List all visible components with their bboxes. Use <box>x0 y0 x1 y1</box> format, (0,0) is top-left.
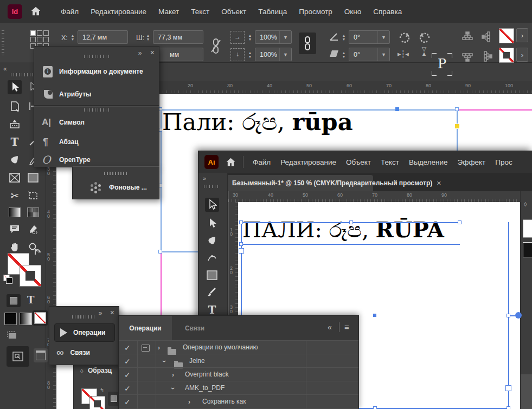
menu-help[interactable]: Справка <box>367 8 408 16</box>
constrain-wh-icon[interactable] <box>210 38 222 56</box>
swap-fill-stroke-icon[interactable] <box>34 249 42 258</box>
ai-menu-file[interactable]: Файл <box>248 158 275 166</box>
ai-handle-bottom-center[interactable] <box>373 406 377 409</box>
ai-paintbrush-tool[interactable] <box>205 285 219 300</box>
menu-table[interactable]: Таблица <box>252 8 293 16</box>
panel-menu-icon[interactable]: ≡ <box>344 322 349 332</box>
formatting-container-button[interactable] <box>7 294 21 307</box>
gradient-swatch-tool[interactable] <box>8 205 22 219</box>
panel-item-actions[interactable]: Операции <box>54 323 115 342</box>
toolbar-grip[interactable] <box>11 73 35 76</box>
rotation-field[interactable]: 0°▼ <box>349 30 390 44</box>
swatches-collapse-icon[interactable]: ◊ <box>80 368 83 374</box>
menu-type[interactable]: Текст <box>185 8 215 16</box>
panel-item-character[interactable]: A| Символ <box>34 113 159 132</box>
ai-rectangle-tool[interactable] <box>205 268 219 282</box>
x-position-field[interactable]: 12,7 мм <box>78 30 128 44</box>
collapse-row-icon[interactable]: › <box>169 387 177 389</box>
ai-menu-edit[interactable]: Редактирование <box>275 158 341 166</box>
dock-swatch-black[interactable] <box>523 242 532 257</box>
rotation-stepper[interactable]: ▲▼ <box>341 31 347 44</box>
ai-corner-widget-dot[interactable] <box>515 312 522 319</box>
flip-vertical-icon[interactable]: ▽▲ <box>419 47 430 56</box>
ai-pen-tool[interactable] <box>205 233 219 248</box>
toolbar-collapse-icon[interactable]: « <box>3 65 7 73</box>
x-stepper[interactable]: ▲▼ <box>69 31 76 44</box>
view-options-icon[interactable] <box>7 331 17 341</box>
width-field[interactable]: 77,3 мм <box>153 30 203 44</box>
panel-grip[interactable] <box>84 108 109 112</box>
selection-tool[interactable] <box>8 80 22 94</box>
ai-handle-top-right[interactable] <box>458 220 462 224</box>
dock-collapse-icon[interactable]: ◊ <box>524 201 527 207</box>
stroke-expand-button[interactable]: › <box>516 48 528 62</box>
check-icon[interactable]: ✓ <box>124 357 131 366</box>
menu-view[interactable]: Просмотр <box>293 8 338 16</box>
panel-grip[interactable] <box>104 172 128 175</box>
free-transform-tool[interactable] <box>26 189 40 203</box>
ai-direct-selection-tool[interactable] <box>205 216 219 230</box>
shear-stepper[interactable]: ▲▼ <box>341 48 347 61</box>
ai-type-port[interactable] <box>239 248 244 254</box>
ai-resize-widget[interactable] <box>505 385 511 391</box>
stroke-swatch-none[interactable] <box>499 48 514 63</box>
scale-y-field[interactable]: 100%▼ <box>255 48 292 61</box>
ai-selection-tool[interactable] <box>205 198 219 212</box>
control-panel-grip[interactable] <box>2 30 4 55</box>
flip-horizontal-icon[interactable]: ▸┆◂ <box>398 50 409 58</box>
home-icon[interactable] <box>225 157 236 168</box>
menu-object[interactable]: Объект <box>215 8 252 16</box>
tab-close-icon[interactable]: × <box>437 179 441 187</box>
panel-item-background-tasks[interactable]: Фоновые ... <box>73 178 159 197</box>
normal-view-mode-button[interactable] <box>7 346 29 367</box>
ai-handle-bott om-right[interactable] <box>507 406 510 409</box>
shear-field[interactable]: 0°▼ <box>349 48 390 61</box>
swap-fill-stroke-icon[interactable]: ↰ <box>100 387 104 393</box>
formatting-text-button[interactable]: T <box>27 294 34 306</box>
panel-grip[interactable] <box>72 315 96 319</box>
distribute-left-icon[interactable] <box>482 31 492 44</box>
frame-handle-bottom-left[interactable] <box>158 250 162 254</box>
fill-expand-button[interactable]: › <box>516 28 528 42</box>
note-tool[interactable] <box>8 222 22 236</box>
ai-menu-type[interactable]: Текст <box>376 158 404 166</box>
swatches-stroke-none[interactable] <box>89 396 105 409</box>
rotate-cw-icon[interactable] <box>398 30 412 46</box>
eyedropper-tool[interactable] <box>26 222 40 236</box>
panel-collapse-icon[interactable]: « <box>328 323 332 332</box>
apply-none-button[interactable] <box>33 310 48 326</box>
action-row-default-set[interactable]: ✓ › Операции по умолчанию <box>119 340 358 354</box>
distribute-down-icon[interactable] <box>462 51 473 63</box>
rectangle-frame-tool[interactable] <box>8 171 22 185</box>
height-field[interactable]: мм <box>153 48 203 61</box>
content-collector-tool[interactable] <box>8 117 22 131</box>
ai-menu-object[interactable]: Объект <box>341 158 376 166</box>
panel-item-document-info[interactable]: i Информация о документе <box>34 61 159 82</box>
panel-close-icon[interactable]: × <box>110 308 116 317</box>
action-row-save-as[interactable]: ✓ › Сохранить как <box>119 394 358 408</box>
preview-mode-button[interactable] <box>34 348 48 362</box>
menu-layout[interactable]: Макет <box>152 8 185 16</box>
panel-item-attributes[interactable]: Атрибуты <box>34 83 159 105</box>
check-icon[interactable]: ✓ <box>124 398 131 406</box>
distribute-up-icon[interactable] <box>462 31 473 44</box>
ai-menu-view[interactable]: Прос <box>490 158 517 166</box>
page-tool[interactable] <box>8 99 22 113</box>
tab-actions[interactable]: Операции <box>119 316 172 340</box>
width-stepper[interactable]: ▲▼ <box>145 31 151 44</box>
ai-handle-top-center[interactable] <box>349 220 353 224</box>
toolbar-grip[interactable] <box>204 185 220 188</box>
check-icon[interactable]: ✓ <box>124 371 131 379</box>
dock-expand-icon[interactable]: » <box>203 175 206 181</box>
scale-x-field[interactable]: 100%▼ <box>255 30 292 44</box>
rectangle-tool[interactable] <box>26 171 40 185</box>
dock-swatch-white[interactable] <box>523 219 532 238</box>
expand-icon[interactable]: › <box>172 371 174 379</box>
collapse-row-icon[interactable]: › <box>161 360 168 362</box>
ai-menu-select[interactable]: Выделение <box>404 158 453 166</box>
corner-widget-yellow[interactable] <box>454 124 460 129</box>
scale-x-stepper[interactable]: ▲▼ <box>247 31 253 44</box>
panel-collapse-icon[interactable]: » <box>99 309 104 317</box>
ai-curvature-tool[interactable] <box>205 251 219 265</box>
panel-item-links[interactable]: ∞ Связи <box>54 345 114 361</box>
